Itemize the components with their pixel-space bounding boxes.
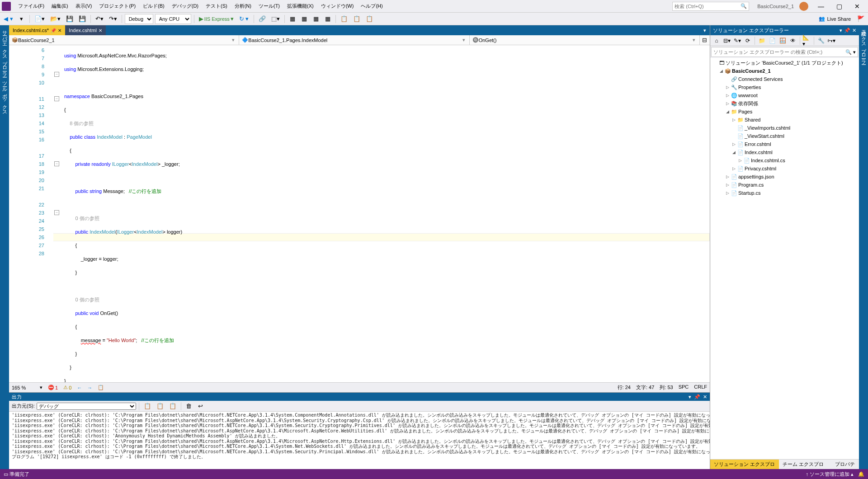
feedback-button[interactable]: 🚩 [855,14,866,24]
close-button[interactable]: ✕ [848,0,866,13]
tree-item[interactable]: 🗔ソリューション 'BasicCourse2_1' (1/1 プロジェクト) [710,59,859,67]
tree-item[interactable]: ▷📄Privacy.cshtml [710,164,859,173]
tree-item[interactable]: ▷📄Error.cshtml [710,140,859,148]
tree-twisty-icon[interactable]: ◢ [725,109,730,114]
tree-item[interactable]: 📄_ViewStart.cshtml [710,132,859,140]
nav-scope-select[interactable]: 📦 BasicCourse2_1▾ [9,35,239,45]
refresh-button[interactable]: 📄 [768,36,777,45]
pending-button[interactable]: ✎▾ [733,36,742,45]
nav-member-select[interactable]: 🔘 OnGet()▾ [470,35,700,45]
split-button[interactable]: ⊟ [700,35,710,45]
indent-mode[interactable]: SPC [679,384,689,391]
tree-twisty-icon[interactable]: ▷ [737,158,743,163]
tb-icon-5[interactable]: 📋 [339,14,349,24]
browser-link-button[interactable]: 🔗 [257,14,268,24]
tab-close-icon[interactable]: ✕ [99,28,102,33]
minimize-button[interactable]: — [812,0,830,13]
user-avatar[interactable] [799,2,808,11]
output-text[interactable]: 'iisexpress.exe' (CoreCLR: clrhost): 'C:… [9,412,710,469]
pin-icon[interactable]: 📌 [51,28,56,33]
document-tab[interactable]: Index.cshtml.cs* 📌 ✕ [9,25,65,35]
redo-button[interactable]: ↷▾ [107,14,119,24]
maximize-button[interactable]: ▢ [830,0,848,13]
platform-select[interactable]: Any CPU [155,14,191,24]
nav-next-button[interactable]: → [87,385,92,390]
panel-close-icon[interactable]: ✕ [703,394,707,400]
nav-list-button[interactable]: 📋 [98,385,104,390]
menu-item[interactable]: 拡張機能(X) [283,1,317,11]
menu-item[interactable]: 分析(N) [231,1,255,11]
tree-item[interactable]: ▷🌐wwwroot [710,91,859,99]
tree-item[interactable]: 🔗Connected Services [710,75,859,83]
solution-search-input[interactable] [713,49,845,55]
out-wrap-button[interactable]: ↩ [196,401,206,411]
show-all-button[interactable]: 📁 [757,36,766,45]
tb-icon-4[interactable]: ▦ [323,14,333,24]
tree-item[interactable]: ◢📁Pages [710,108,859,116]
nav-prev-button[interactable]: ← [77,385,82,390]
tabs-overflow-button[interactable]: ▾ [700,25,710,35]
home-button[interactable]: ⌂ [712,36,721,45]
menu-item[interactable]: 編集(E) [48,1,72,11]
save-button[interactable]: 💾 [64,14,75,24]
out-clear-button[interactable]: 🗑 [184,401,194,411]
tree-twisty-icon[interactable]: ▷ [725,183,730,187]
panel-pin-icon[interactable]: 📌 [844,28,850,33]
live-share-button[interactable]: 👥 Live Share [816,16,854,22]
menu-item[interactable]: プロジェクト(P) [95,1,139,11]
tree-item[interactable]: ▷📚依存関係 [710,99,859,108]
menu-item[interactable]: テスト(S) [202,1,231,11]
tb-icon-2[interactable]: ▦ [299,14,309,24]
refresh-button[interactable]: ↻ ▾ [237,14,251,24]
error-count[interactable]: ⛔ 1 [48,385,58,390]
panel-pin-icon[interactable]: 📌 [694,394,700,400]
server-explorer-tab[interactable]: サーバー エクスプローラー [1,27,8,75]
open-button[interactable]: 📂▾ [48,14,62,24]
panel-dropdown-icon[interactable]: ▾ [840,28,842,33]
undo-button[interactable]: ↶▾ [94,14,105,24]
view-button[interactable]: 📐▾ [802,36,811,45]
tree-twisty-icon[interactable]: ◢ [718,69,724,73]
tree-item[interactable]: ▷📁Shared [710,116,859,124]
tree-item[interactable]: ◢📦BasicCourse2_1 [710,67,859,75]
panel-tab[interactable]: チーム エクスプローラー [779,460,831,469]
solution-tree[interactable]: 🗔ソリューション 'BasicCourse2_1' (1/1 プロジェクト)◢📦… [710,58,859,459]
tree-twisty-icon[interactable]: ▷ [725,174,730,179]
source-control-button[interactable]: ↑ ソース管理に追加 ▴ [806,471,854,478]
properties-button[interactable]: 🪟 [778,36,787,45]
tree-item[interactable]: ▷📄Index.cshtml.cs [710,156,859,164]
menu-item[interactable]: ウィンドウ(W) [317,1,358,11]
tree-item[interactable]: ▷📄Program.cs [710,181,859,189]
out-btn-2[interactable]: 📋 [155,401,165,411]
wrench2-button[interactable]: 🗝▾ [827,36,836,45]
tree-twisty-icon[interactable]: ▷ [725,93,730,98]
tab-close-icon[interactable]: ✕ [58,28,61,33]
panel-dropdown-icon[interactable]: ▾ [689,394,691,400]
tree-twisty-icon[interactable]: ▷ [731,117,736,122]
tree-twisty-icon[interactable]: ▷ [725,85,730,89]
out-btn-3[interactable]: 📋 [167,401,178,411]
right-tool-strip[interactable]: 接続エクスプローラー [859,25,868,469]
tree-twisty-icon[interactable]: ▷ [731,142,736,146]
menu-item[interactable]: ヘルプ(H) [357,1,386,11]
solution-search-box[interactable]: 🔍 ▾ [711,47,858,57]
collapse-button[interactable]: ⊟▾ [722,36,731,45]
run-button[interactable]: ▶ IIS Express ▾ [197,14,236,24]
code-editor[interactable]: 💡 67891011121314151617181920212223242526… [9,45,710,382]
config-select[interactable]: Debug [125,14,153,24]
save-all-button[interactable]: 💾 [77,14,88,24]
extension-button[interactable]: ⬚▾ [269,14,282,24]
menu-item[interactable]: ビルド(B) [139,1,168,11]
menu-item[interactable]: ファイル(F) [14,1,48,11]
document-tab[interactable]: Index.cshtml ✕ [65,25,106,35]
code-content[interactable]: using Microsoft.AspNetCore.Mvc.RazorPage… [53,45,710,382]
menu-item[interactable]: 表示(V) [72,1,96,11]
preview-button[interactable]: 👁 [788,36,797,45]
tb-icon-3[interactable]: ▦ [311,14,321,24]
sync-button[interactable]: ⟳ [743,36,752,45]
tb-icon-6[interactable]: 📋 [351,14,362,24]
panel-close-icon[interactable]: ✕ [852,28,856,33]
notifications-button[interactable]: 🔔 [858,471,864,477]
tree-twisty-icon[interactable]: ▷ [731,166,736,171]
zoom-select[interactable]: 165 % [12,385,34,390]
